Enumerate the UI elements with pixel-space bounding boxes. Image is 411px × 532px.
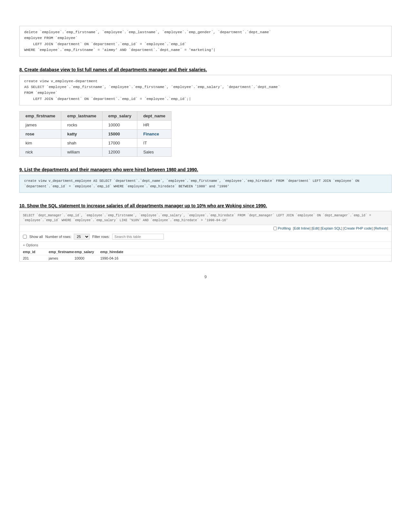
section-10-actions: Profiling [Edit Inline] [Edit] [Explain … bbox=[20, 225, 391, 232]
action-explain-sql[interactable]: Explain SQL bbox=[322, 226, 341, 230]
col-header-emp-hiredate: emp_hiredate bbox=[100, 250, 126, 254]
action-edit[interactable]: Edit bbox=[312, 226, 318, 230]
delete-query-code: delete `employee`.`emp_firstname`, `empl… bbox=[19, 26, 392, 57]
section-10-query-text: SELECT `dept_manager`.`emp_id`, `employe… bbox=[20, 211, 391, 225]
filter-input[interactable] bbox=[112, 234, 164, 240]
profiling-checkbox[interactable] bbox=[273, 227, 277, 230]
section-9-code: create view v_department_employee AS SEL… bbox=[19, 175, 392, 193]
cell-emp-firstname: james bbox=[49, 256, 74, 260]
profiling-checkbox-label[interactable]: Profiling bbox=[273, 226, 292, 230]
section-10-query-panel: SELECT `dept_manager`.`emp_id`, `employe… bbox=[19, 211, 392, 262]
section-10: 10. Show the SQL statement to increase s… bbox=[19, 203, 392, 262]
top-code-section: delete `employee`.`emp_firstname`, `empl… bbox=[19, 26, 392, 57]
col-dept-name: dept_name bbox=[137, 112, 171, 121]
section-8-code: create view v_employee-department AS SEL… bbox=[19, 75, 392, 106]
num-rows-select[interactable]: 25 50 100 bbox=[74, 234, 90, 240]
cell-emp-salary: 10000 bbox=[74, 256, 100, 260]
col-header-emp-id: emp_id bbox=[23, 250, 49, 254]
data-table-row: 201 james 10000 1990-04-16 bbox=[20, 255, 391, 261]
table-row: james rocks 10000 HR bbox=[20, 121, 171, 130]
table-row: nick william 12000 Sales bbox=[20, 148, 171, 157]
col-header-emp-salary: emp_salary bbox=[74, 250, 100, 254]
section-10-toolbar: Show all Number of rows: 25 50 100 Filte… bbox=[20, 232, 391, 242]
section-8: 8. Create database view to list full nam… bbox=[19, 67, 392, 157]
show-all-checkbox[interactable] bbox=[23, 235, 27, 239]
table-row: rose katty 15000 Finance bbox=[20, 130, 171, 139]
table-row: kim shah 17000 IT bbox=[20, 139, 171, 148]
data-table-header: emp_id emp_firstname emp_salary emp_hire… bbox=[20, 249, 391, 255]
num-rows-label: Number of rows: bbox=[45, 235, 72, 239]
col-emp-salary: emp_salary bbox=[102, 112, 137, 121]
col-emp-lastname: emp_lastname bbox=[61, 112, 102, 121]
action-refresh[interactable]: Refresh bbox=[375, 226, 387, 230]
filter-label: Filter rows: bbox=[92, 235, 110, 239]
section-9-heading: 9. List the departments and their manage… bbox=[19, 167, 392, 172]
col-header-emp-firstname: emp_firstname bbox=[49, 250, 74, 254]
cell-emp-id: 201 bbox=[23, 256, 49, 260]
show-all-label[interactable]: Show all bbox=[29, 235, 43, 239]
action-edit-inline[interactable]: Edit Inline bbox=[294, 226, 309, 230]
section-9: 9. List the departments and their manage… bbox=[19, 167, 392, 193]
page-number: 9 bbox=[19, 274, 392, 279]
action-create-php[interactable]: Create PHP code bbox=[344, 226, 372, 230]
cell-emp-hiredate: 1990-04-16 bbox=[100, 256, 126, 260]
section-10-heading: 10. Show the SQL statement to increase s… bbox=[19, 203, 392, 208]
options-row[interactable]: + Options bbox=[20, 242, 391, 249]
section-8-result-table: emp_firstname emp_lastname emp_salary de… bbox=[19, 111, 171, 157]
section-8-heading: 8. Create database view to list full nam… bbox=[19, 67, 392, 72]
col-emp-firstname: emp_firstname bbox=[20, 112, 61, 121]
